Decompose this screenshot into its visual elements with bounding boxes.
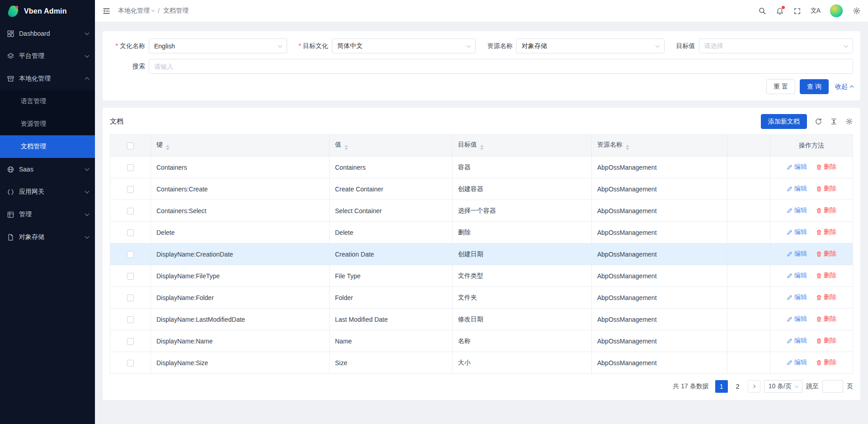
sidebar-item-label: 文档管理 bbox=[21, 143, 46, 151]
reset-button[interactable]: 重 置 bbox=[766, 79, 795, 94]
culture-name-select[interactable]: English bbox=[149, 38, 287, 53]
next-page-button[interactable] bbox=[748, 380, 760, 393]
table-row[interactable]: DisplayName:LastModifiedDate Last Modifi… bbox=[110, 309, 853, 330]
sort-icons[interactable] bbox=[344, 145, 348, 150]
table-row[interactable]: DisplayName:Size Size 大小 AbpOssManagemen… bbox=[110, 352, 853, 374]
column-header-target[interactable]: 目标值 bbox=[453, 135, 592, 157]
cell-key: Delete bbox=[151, 222, 330, 243]
column-header-key[interactable]: 键 bbox=[151, 135, 330, 157]
row-checkbox[interactable] bbox=[127, 273, 134, 280]
delete-button[interactable]: 删除 bbox=[816, 185, 836, 193]
page-size-select[interactable]: 10 条/页 bbox=[764, 380, 802, 393]
table-row[interactable]: Containers:Select Select Container 选择一个容… bbox=[110, 200, 853, 222]
page-button-2[interactable]: 2 bbox=[731, 380, 744, 393]
table-row[interactable]: Containers:Create Create Container 创建容器 … bbox=[110, 178, 853, 200]
target-value-select[interactable]: 请选择 bbox=[699, 38, 854, 53]
target-culture-label: 目标文化 bbox=[299, 42, 332, 50]
sort-icons[interactable] bbox=[626, 145, 629, 150]
row-checkbox[interactable] bbox=[127, 186, 134, 193]
edit-button[interactable]: 编辑 bbox=[787, 228, 807, 236]
cell-value: Creation Date bbox=[330, 243, 453, 265]
row-checkbox[interactable] bbox=[127, 316, 134, 323]
sidebar-item-saas[interactable]: Saas bbox=[0, 158, 95, 181]
edit-button[interactable]: 编辑 bbox=[787, 293, 807, 301]
edit-button[interactable]: 编辑 bbox=[787, 315, 807, 323]
delete-button[interactable]: 删除 bbox=[816, 250, 836, 258]
delete-button[interactable]: 删除 bbox=[816, 272, 836, 280]
edit-button[interactable]: 编辑 bbox=[787, 250, 807, 258]
row-checkbox[interactable] bbox=[127, 251, 134, 258]
search-icon[interactable] bbox=[758, 7, 766, 15]
select-all-checkbox[interactable] bbox=[127, 143, 134, 149]
sidebar-item-admin[interactable]: 管理 bbox=[0, 203, 95, 226]
row-checkbox[interactable] bbox=[127, 295, 134, 301]
column-header-value[interactable]: 值 bbox=[330, 135, 453, 157]
edit-button[interactable]: 编辑 bbox=[787, 337, 807, 345]
cell-empty bbox=[727, 200, 770, 222]
refresh-icon[interactable] bbox=[815, 118, 822, 125]
delete-button[interactable]: 删除 bbox=[816, 228, 836, 236]
sort-icons[interactable] bbox=[480, 145, 484, 150]
table-row-highlighted[interactable]: DisplayName:CreationDate Creation Date 创… bbox=[110, 243, 853, 265]
translate-icon[interactable] bbox=[811, 7, 820, 15]
delete-button[interactable]: 删除 bbox=[816, 337, 836, 345]
sidebar-item-gateway[interactable]: 应用网关 bbox=[0, 181, 95, 203]
cell-key: Containers:Create bbox=[151, 178, 330, 200]
sidebar-item-localization[interactable]: 本地化管理 bbox=[0, 67, 95, 90]
add-document-button[interactable]: 添加新文档 bbox=[761, 114, 807, 129]
resource-name-select[interactable]: 对象存储 bbox=[516, 38, 665, 53]
edit-button[interactable]: 编辑 bbox=[787, 185, 807, 193]
target-culture-select[interactable]: 简体中文 bbox=[332, 38, 476, 53]
table-row[interactable]: DisplayName:Folder Folder 文件夹 AbpOssMana… bbox=[110, 287, 853, 309]
row-checkbox[interactable] bbox=[127, 360, 134, 367]
delete-button[interactable]: 删除 bbox=[816, 358, 836, 367]
cell-empty bbox=[727, 243, 770, 265]
sort-icons[interactable] bbox=[166, 145, 170, 150]
row-checkbox[interactable] bbox=[127, 164, 134, 171]
edit-button[interactable]: 编辑 bbox=[787, 163, 807, 171]
cell-empty bbox=[727, 157, 770, 178]
column-settings-icon[interactable] bbox=[845, 118, 853, 125]
table-row[interactable]: Containers Containers 容器 AbpOssManagemen… bbox=[110, 157, 853, 178]
search-input[interactable] bbox=[149, 59, 853, 74]
table-row[interactable]: Delete Delete 删除 AbpOssManagement 编辑 删除 bbox=[110, 222, 853, 243]
cell-value: File Type bbox=[330, 265, 453, 287]
edit-button[interactable]: 编辑 bbox=[787, 206, 807, 214]
breadcrumb-parent[interactable]: 本地化管理 bbox=[118, 7, 154, 15]
jump-page-input[interactable] bbox=[822, 380, 843, 393]
row-checkbox[interactable] bbox=[127, 229, 134, 236]
delete-button[interactable]: 删除 bbox=[816, 293, 836, 301]
delete-button[interactable]: 删除 bbox=[816, 206, 836, 214]
chevron-down-icon bbox=[467, 43, 471, 48]
logo[interactable]: Vben Admin bbox=[0, 0, 95, 22]
edit-button[interactable]: 编辑 bbox=[787, 358, 807, 367]
column-height-icon[interactable] bbox=[830, 118, 838, 125]
notification-bell-icon[interactable] bbox=[776, 7, 784, 15]
page-button-1[interactable]: 1 bbox=[715, 380, 728, 393]
settings-gear-icon[interactable] bbox=[853, 7, 861, 15]
edit-button[interactable]: 编辑 bbox=[787, 272, 807, 280]
cell-empty bbox=[727, 178, 770, 200]
sidebar-item-object-storage[interactable]: 对象存储 bbox=[0, 226, 95, 248]
avatar[interactable] bbox=[830, 4, 843, 18]
sidebar-item-label: Saas bbox=[19, 166, 85, 173]
menu-fold-icon[interactable] bbox=[102, 7, 111, 15]
sidebar-item-document-management[interactable]: 文档管理 bbox=[0, 135, 95, 158]
delete-button[interactable]: 删除 bbox=[816, 315, 836, 323]
sidebar-item-platform[interactable]: 平台管理 bbox=[0, 45, 95, 67]
cell-resource: AbpOssManagement bbox=[592, 330, 727, 352]
sidebar: Vben Admin Dashboard 平台管理 bbox=[0, 0, 95, 424]
table-row[interactable]: DisplayName:Name Name 名称 AbpOssManagemen… bbox=[110, 330, 853, 352]
row-checkbox[interactable] bbox=[127, 208, 134, 214]
delete-button[interactable]: 删除 bbox=[816, 163, 836, 171]
sidebar-item-language-management[interactable]: 语言管理 bbox=[0, 90, 95, 113]
column-header-resource[interactable]: 资源名称 bbox=[592, 135, 727, 157]
row-checkbox[interactable] bbox=[127, 338, 134, 345]
collapse-link[interactable]: 收起 bbox=[835, 83, 853, 91]
query-button[interactable]: 查 询 bbox=[800, 79, 829, 94]
table-row[interactable]: DisplayName:FileType File Type 文件类型 AbpO… bbox=[110, 265, 853, 287]
sidebar-item-resource-management[interactable]: 资源管理 bbox=[0, 113, 95, 135]
sidebar-item-dashboard[interactable]: Dashboard bbox=[0, 22, 95, 45]
cell-resource: AbpOssManagement bbox=[592, 200, 727, 222]
fullscreen-icon[interactable] bbox=[793, 7, 801, 15]
